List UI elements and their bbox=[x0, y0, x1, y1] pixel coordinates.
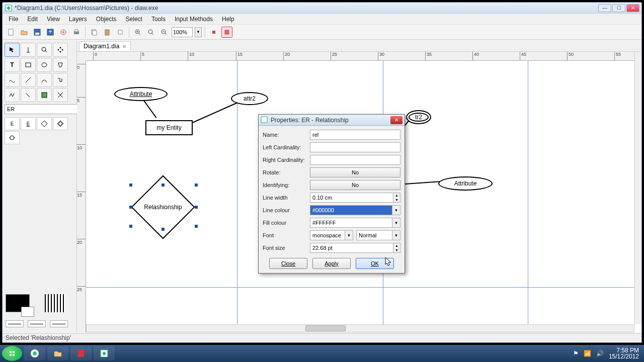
menu-view[interactable]: View bbox=[43, 15, 64, 24]
tray-clock[interactable]: 7:58 PM 15/12/2012 bbox=[609, 347, 639, 359]
bezierline-tool[interactable] bbox=[21, 88, 36, 102]
font-style-dropdown[interactable]: ▼ bbox=[392, 230, 400, 240]
font-family-dropdown[interactable]: ▼ bbox=[345, 230, 353, 240]
line-colour-input[interactable] bbox=[310, 205, 392, 215]
font-size-input[interactable] bbox=[310, 243, 393, 253]
tab-diagram1[interactable]: Diagram1.dia ✕ bbox=[79, 41, 131, 51]
task-dia[interactable] bbox=[94, 346, 115, 360]
system-tray[interactable]: ⚑ 📶 🔊 7:58 PM 15/12/2012 bbox=[573, 347, 642, 359]
pointer-tool[interactable] bbox=[5, 43, 20, 57]
close-button[interactable]: Close bbox=[269, 258, 307, 269]
line-width-input[interactable] bbox=[310, 193, 393, 203]
fg-bg-swatch[interactable] bbox=[6, 294, 30, 312]
er-entity-tool[interactable]: E bbox=[5, 117, 20, 130]
tray-flag-icon[interactable]: ⚑ bbox=[573, 350, 579, 357]
er-attribute-1[interactable]: Attribute bbox=[114, 87, 168, 101]
fill-colour-dropdown[interactable]: ▼ bbox=[392, 218, 400, 228]
font-family-input[interactable] bbox=[310, 230, 345, 240]
er-attribute-2[interactable]: attr2 bbox=[231, 92, 268, 105]
menu-select[interactable]: Select bbox=[122, 15, 146, 24]
text-tool[interactable] bbox=[21, 43, 36, 57]
linewidth-thick[interactable] bbox=[50, 320, 68, 327]
menu-layers[interactable]: Layers bbox=[65, 15, 91, 24]
save-as-button[interactable]: + bbox=[45, 27, 56, 38]
ok-button[interactable]: OK bbox=[356, 258, 394, 269]
vertical-scrollbar[interactable] bbox=[634, 52, 641, 324]
line-width-spinner[interactable]: ▲▼ bbox=[393, 193, 400, 203]
start-button[interactable] bbox=[2, 346, 22, 361]
object-snap-button[interactable] bbox=[221, 27, 232, 38]
tray-network-icon[interactable]: 📶 bbox=[584, 350, 591, 357]
box-tool[interactable] bbox=[21, 58, 36, 72]
name-input[interactable] bbox=[310, 130, 400, 140]
font-size-spinner[interactable]: ▲▼ bbox=[393, 243, 400, 253]
line-tool[interactable] bbox=[21, 73, 36, 87]
paste-button[interactable] bbox=[102, 27, 113, 38]
copy-button[interactable] bbox=[89, 27, 100, 38]
er-attribute-4[interactable]: Attribute bbox=[438, 176, 493, 191]
scroll-tool[interactable] bbox=[53, 43, 68, 57]
close-button[interactable]: ✕ bbox=[626, 4, 639, 12]
tab-close-icon[interactable]: ✕ bbox=[122, 44, 126, 49]
magnify-tool[interactable] bbox=[37, 43, 52, 57]
tray-volume-icon[interactable]: 🔊 bbox=[596, 350, 604, 357]
identifying-toggle[interactable]: No bbox=[310, 180, 400, 190]
selection-handle[interactable] bbox=[162, 184, 165, 187]
selection-handle[interactable] bbox=[195, 225, 198, 228]
save-button[interactable] bbox=[32, 27, 43, 38]
zoom-dropdown[interactable]: ▼ bbox=[195, 27, 202, 37]
selection-handle[interactable] bbox=[162, 228, 165, 231]
selection-handle[interactable] bbox=[129, 225, 132, 228]
rotate-toggle[interactable]: No bbox=[310, 167, 400, 177]
selection-handle[interactable] bbox=[129, 184, 132, 187]
pattern-swatch[interactable] bbox=[45, 294, 65, 312]
zoom-input[interactable] bbox=[172, 27, 193, 37]
image-tool[interactable] bbox=[37, 88, 52, 102]
sheet-selector[interactable]: ▼ bbox=[5, 104, 74, 114]
menu-help[interactable]: Help bbox=[218, 15, 238, 24]
text-insert-tool[interactable]: T bbox=[5, 58, 20, 72]
er-relationship-shape[interactable]: Relashionship bbox=[140, 185, 186, 230]
er-entity[interactable]: my Entity bbox=[145, 120, 193, 135]
zoom-out-button[interactable] bbox=[158, 27, 170, 38]
dialog-close-button[interactable]: ✕ bbox=[390, 116, 403, 124]
menu-edit[interactable]: Edit bbox=[23, 15, 42, 24]
arc-tool[interactable] bbox=[37, 73, 52, 87]
task-explorer[interactable] bbox=[47, 346, 68, 360]
scroll-thumb[interactable] bbox=[305, 325, 346, 331]
linewidth-thin[interactable] bbox=[6, 320, 24, 327]
er-attribute-3[interactable]: tr2 bbox=[406, 110, 431, 124]
menu-file[interactable]: File bbox=[5, 15, 22, 24]
zoom-fit-button[interactable] bbox=[145, 27, 156, 38]
new-button[interactable] bbox=[6, 27, 17, 38]
print-button[interactable] bbox=[71, 27, 82, 38]
linewidth-med[interactable] bbox=[28, 320, 46, 327]
fill-colour-input[interactable] bbox=[310, 218, 392, 228]
line-colour-dropdown[interactable]: ▼ bbox=[392, 205, 400, 215]
left-cardinality-input[interactable] bbox=[310, 142, 400, 152]
selection-handle[interactable] bbox=[195, 206, 198, 209]
menu-tools[interactable]: Tools bbox=[147, 15, 170, 24]
horizontal-scrollbar[interactable] bbox=[86, 324, 634, 332]
outline-tool[interactable] bbox=[53, 88, 68, 102]
grid-snap-button[interactable] bbox=[208, 27, 219, 38]
selection-handle[interactable] bbox=[129, 206, 132, 209]
selection-handle[interactable] bbox=[195, 184, 198, 187]
ellipse-tool[interactable] bbox=[37, 58, 52, 72]
er-weak-entity-tool[interactable]: E bbox=[21, 117, 36, 130]
apply-button[interactable]: Apply bbox=[312, 258, 351, 269]
polyline-tool[interactable] bbox=[5, 88, 20, 102]
export-button[interactable] bbox=[58, 27, 69, 38]
taskbar[interactable]: ⚑ 📶 🔊 7:58 PM 15/12/2012 bbox=[0, 345, 644, 362]
dialog-titlebar[interactable]: Properties: ER - Relationship ✕ bbox=[259, 115, 405, 126]
right-cardinality-input[interactable] bbox=[310, 155, 400, 165]
cut-button[interactable] bbox=[115, 27, 126, 38]
task-pdf[interactable] bbox=[70, 346, 92, 360]
minimize-button[interactable]: — bbox=[598, 4, 611, 12]
bezier-tool[interactable] bbox=[5, 73, 20, 87]
polygon-tool[interactable] bbox=[53, 58, 68, 72]
menu-objects[interactable]: Objects bbox=[92, 15, 121, 24]
open-button[interactable] bbox=[19, 27, 30, 38]
font-style-input[interactable] bbox=[356, 230, 392, 240]
er-relationship-tool[interactable] bbox=[37, 117, 52, 130]
